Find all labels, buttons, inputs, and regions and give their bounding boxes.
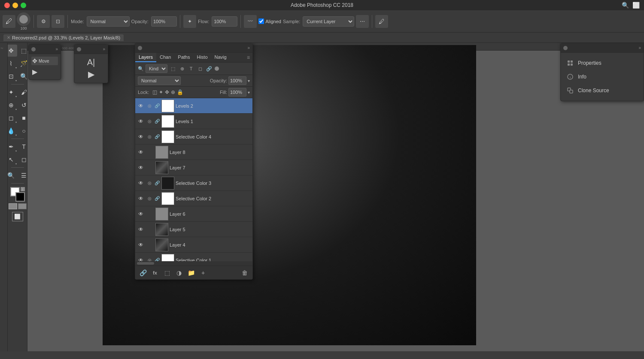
tab-layers[interactable]: Layers xyxy=(135,53,156,62)
scrollbar-thumb[interactable] xyxy=(137,262,154,265)
layer-visibility-icon[interactable]: 👁 xyxy=(137,102,145,110)
lock-transparent-icon[interactable]: ◫ xyxy=(152,89,157,95)
spot-heal-tool[interactable]: ✦▾ xyxy=(8,86,17,98)
layer-visibility-icon[interactable]: 👁 xyxy=(137,241,145,249)
layer-row[interactable]: 👁 Layer 8 xyxy=(135,145,252,160)
document-tab[interactable]: ✕ Recovered2.psd @ 33.3% (Levels 2, Laye… xyxy=(3,34,124,41)
mode-select[interactable]: Normal xyxy=(87,16,130,27)
tool-presets-header[interactable]: » xyxy=(29,45,61,54)
zoom-tool[interactable]: ☰ xyxy=(18,169,28,181)
new-group-btn[interactable]: 📁 xyxy=(186,268,196,278)
screen-mode-btn[interactable]: ⬜ xyxy=(12,212,23,221)
background-color[interactable] xyxy=(15,192,25,202)
artboard-panel-close[interactable] xyxy=(77,47,81,51)
opacity-input[interactable] xyxy=(228,76,246,85)
pen-tool[interactable]: ✒▾ xyxy=(8,141,17,153)
artboard-expand-icon[interactable]: » xyxy=(103,47,105,51)
layer-link-icon[interactable]: 🔗 xyxy=(154,134,160,140)
delete-layer-btn[interactable]: 🗑 xyxy=(240,268,250,278)
layers-scrollbar[interactable] xyxy=(135,261,252,265)
flow-input[interactable] xyxy=(212,16,237,27)
tool-preset-btn[interactable]: 🖊 xyxy=(3,15,15,28)
brush-tool[interactable]: 🖌▾ xyxy=(18,86,28,98)
crop-tool[interactable]: ⊡▾ xyxy=(8,70,17,82)
lock-all-icon[interactable]: 🔒 xyxy=(177,89,183,95)
lock-position-icon[interactable]: ✥ xyxy=(165,89,169,95)
swap-colors-icon[interactable]: ↕ xyxy=(21,187,25,191)
layer-visibility-icon[interactable]: 👁 xyxy=(137,133,145,141)
lasso-tool[interactable]: ⌇▾ xyxy=(8,57,17,69)
info-item[interactable]: i Info xyxy=(564,70,640,84)
path-select-tool[interactable]: ↖▾ xyxy=(8,154,17,166)
dodge-tool[interactable]: ○▾ xyxy=(18,125,28,137)
opacity-input[interactable] xyxy=(151,16,177,27)
properties-panel-header[interactable]: » xyxy=(561,43,644,53)
history-brush-tool[interactable]: ↺▾ xyxy=(18,99,28,111)
layer-row[interactable]: 👁 Layer 6 xyxy=(135,206,252,222)
layout-icon[interactable]: ⬜ xyxy=(632,2,640,9)
window-controls[interactable] xyxy=(4,3,26,8)
airbrush-btn[interactable]: ✦ xyxy=(183,15,196,28)
minimize-button[interactable] xyxy=(12,3,18,8)
tool-preset-play-btn[interactable]: ▶ xyxy=(31,67,58,77)
shape-tool[interactable]: ◻▾ xyxy=(18,154,28,166)
layer-visibility-icon[interactable]: 👁 xyxy=(137,118,145,125)
aligned-checkbox-label[interactable]: Aligned xyxy=(258,18,281,24)
eraser-tool[interactable]: ◻▾ xyxy=(8,112,17,124)
tab-channels[interactable]: Chan xyxy=(156,53,174,62)
standard-mode-btn[interactable] xyxy=(9,203,17,209)
sample-select[interactable]: Current Layer xyxy=(303,16,354,27)
quick-mask-btn[interactable] xyxy=(18,203,27,209)
filter-smart-icon[interactable]: 🔗 xyxy=(205,65,213,72)
maximize-button[interactable] xyxy=(21,3,26,8)
layer-row[interactable]: 👁 ◎ 🔗 Selective Color 1 xyxy=(135,253,252,261)
layer-link-icon[interactable]: 🔗 xyxy=(154,180,160,186)
filter-type-icon[interactable]: T xyxy=(187,65,195,72)
type-tool[interactable]: T▾ xyxy=(18,141,28,153)
fill-input[interactable] xyxy=(228,88,246,97)
layer-link-icon[interactable]: 🔗 xyxy=(154,257,160,262)
layer-row[interactable]: 👁 ◎ 🔗 Selective Color 2 xyxy=(135,191,252,206)
blend-mode-select[interactable]: Normal xyxy=(138,76,181,85)
layer-visibility-icon[interactable]: 👁 xyxy=(137,256,145,262)
gradient-tool[interactable]: ■▾ xyxy=(18,112,28,124)
filter-select[interactable]: Kind xyxy=(146,64,167,73)
layer-row[interactable]: 👁 Layer 5 xyxy=(135,222,252,237)
tool-preset-item[interactable]: ✥ Move xyxy=(31,57,58,65)
new-adjustment-btn[interactable]: ◑ xyxy=(174,268,184,278)
layer-link-icon[interactable]: 🔗 xyxy=(154,118,160,124)
tool-presets-expand-icon[interactable]: » xyxy=(55,47,58,51)
sample-all-layers-btn[interactable]: ⋯ xyxy=(356,15,369,28)
filter-shape-icon[interactable]: ◻ xyxy=(196,65,204,72)
hand-tool[interactable]: 🔍 xyxy=(8,169,17,181)
move-tool[interactable]: ✥ xyxy=(8,45,17,57)
layer-visibility-icon[interactable]: 👁 xyxy=(137,179,145,187)
layers-panel-menu[interactable]: ≡ xyxy=(244,53,252,62)
fill-dropdown-icon[interactable]: ▾ xyxy=(248,90,250,95)
layers-panel-header[interactable]: » xyxy=(135,43,252,53)
lock-pixels-icon[interactable]: ✦ xyxy=(159,89,163,95)
doc-close-icon[interactable]: ✕ xyxy=(7,35,10,40)
properties-panel-close[interactable] xyxy=(563,46,568,50)
tab-histogram[interactable]: Histo xyxy=(193,53,211,62)
filter-pixel-icon[interactable]: ⬚ xyxy=(169,65,177,72)
brush-options-btn[interactable]: ⚙ xyxy=(37,15,50,28)
layer-visibility-icon[interactable]: 👁 xyxy=(137,148,145,156)
link-layers-btn[interactable]: 🔗 xyxy=(138,268,148,278)
close-button[interactable] xyxy=(4,3,10,8)
layer-row[interactable]: 👁 ◎ 🔗 Selective Color 4 xyxy=(135,129,252,145)
selection-tool[interactable]: ⬚▾ xyxy=(18,45,28,57)
smoothing-btn[interactable]: 〰 xyxy=(244,15,257,28)
layer-visibility-icon[interactable]: 👁 xyxy=(137,226,145,233)
layers-panel-close[interactable] xyxy=(138,46,142,50)
layer-visibility-icon[interactable]: 👁 xyxy=(137,164,145,172)
filter-adjustment-icon[interactable]: ⊕ xyxy=(178,65,186,72)
pressure-btn[interactable]: 🖊 xyxy=(375,15,388,28)
properties-panel-expand[interactable]: » xyxy=(638,45,641,50)
tab-navigator[interactable]: Navig xyxy=(211,53,230,62)
search-icon[interactable]: 🔍 xyxy=(622,2,629,9)
opacity-dropdown-icon[interactable]: ▾ xyxy=(248,78,250,83)
layers-panel-expand[interactable]: » xyxy=(247,45,250,50)
clone-source-item[interactable]: Clone Source xyxy=(564,84,640,97)
eyedropper-tool[interactable]: 🔍▾ xyxy=(18,70,28,82)
